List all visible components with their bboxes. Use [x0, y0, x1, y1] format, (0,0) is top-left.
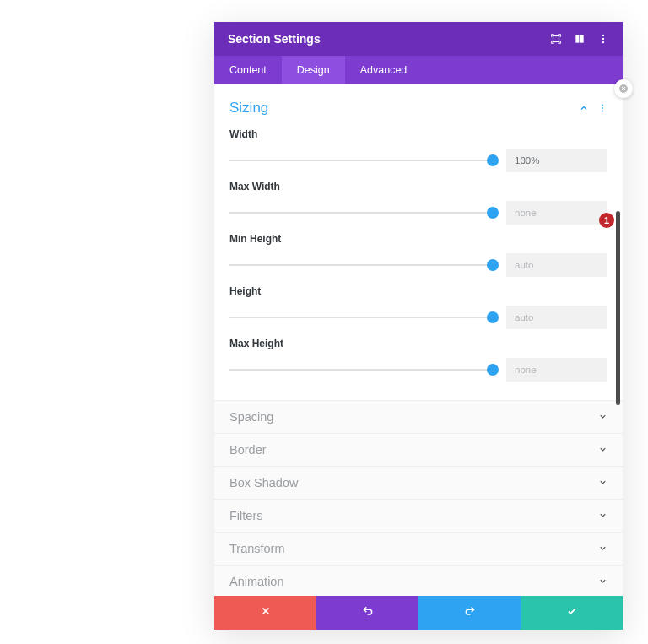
close-icon — [260, 605, 272, 620]
section-label: Border — [230, 443, 267, 457]
collapsed-sections: Spacing Border Box Shadow Filters Transf… — [214, 400, 623, 596]
field-label: Max Width — [230, 181, 608, 192]
field-label: Height — [230, 285, 608, 297]
field-label: Width — [230, 128, 608, 140]
width-slider[interactable] — [230, 152, 493, 169]
panel-body: Sizing Width — [214, 84, 623, 596]
panel-footer — [214, 596, 623, 630]
svg-point-9 — [602, 111, 603, 112]
section-spacing[interactable]: Spacing — [214, 401, 623, 434]
min-height-value[interactable]: auto — [506, 253, 608, 277]
undo-icon — [362, 605, 374, 620]
svg-point-5 — [602, 41, 604, 43]
section-animation[interactable]: Animation — [214, 566, 623, 596]
height-value[interactable]: auto — [506, 306, 608, 329]
section-box-shadow[interactable]: Box Shadow — [214, 467, 623, 500]
field-height: Height auto — [230, 285, 608, 329]
redo-icon — [464, 605, 476, 620]
section-sizing: Sizing Width — [214, 84, 623, 400]
chevron-down-icon — [598, 542, 608, 555]
chevron-down-icon — [598, 509, 608, 522]
height-slider[interactable] — [230, 309, 493, 326]
field-max-width: Max Width none — [230, 181, 608, 225]
max-width-slider[interactable] — [230, 204, 493, 221]
svg-point-7 — [602, 105, 603, 106]
chevron-down-icon — [598, 410, 608, 424]
section-label: Box Shadow — [230, 476, 298, 490]
max-width-value[interactable]: none — [506, 201, 608, 225]
section-filters[interactable]: Filters — [214, 500, 623, 533]
expand-icon[interactable] — [550, 33, 562, 45]
svg-rect-0 — [554, 36, 559, 42]
min-height-slider[interactable] — [230, 257, 493, 273]
columns-icon[interactable] — [574, 33, 586, 45]
collapse-icon[interactable] — [579, 103, 589, 113]
field-label: Min Height — [230, 233, 608, 245]
section-sizing-title: Sizing — [230, 100, 268, 116]
section-label: Transform — [230, 542, 285, 555]
redo-button[interactable] — [418, 596, 521, 630]
svg-point-3 — [602, 35, 604, 36]
check-icon — [566, 605, 578, 620]
section-label: Animation — [230, 575, 284, 588]
panel-header: Section Settings — [214, 22, 623, 56]
panel-title: Section Settings — [228, 32, 321, 46]
chevron-down-icon — [598, 476, 608, 490]
field-label: Max Height — [230, 338, 608, 349]
tab-design[interactable]: Design — [282, 56, 345, 84]
svg-point-4 — [602, 38, 604, 40]
max-height-slider[interactable] — [230, 361, 493, 378]
scrollbar-thumb[interactable] — [616, 211, 620, 405]
tab-advanced[interactable]: Advanced — [345, 56, 423, 84]
tab-content[interactable]: Content — [214, 56, 282, 84]
cancel-button[interactable] — [214, 596, 316, 630]
chevron-down-icon — [598, 443, 608, 457]
annotation-badge: 1 — [599, 213, 614, 228]
section-transform[interactable]: Transform — [214, 533, 623, 566]
chevron-down-icon — [598, 575, 608, 588]
tabs: Content Design Advanced — [214, 56, 623, 84]
section-border[interactable]: Border — [214, 434, 623, 467]
section-settings-panel: Section Settings Content Design Advanced — [214, 22, 623, 630]
save-button[interactable] — [521, 596, 623, 630]
svg-rect-2 — [580, 35, 584, 42]
undo-button[interactable] — [316, 596, 418, 630]
section-kebab-icon[interactable] — [597, 103, 608, 113]
svg-point-8 — [602, 107, 603, 109]
section-label: Spacing — [230, 410, 273, 424]
section-label: Filters — [230, 509, 262, 522]
field-min-height: Min Height auto — [230, 233, 608, 277]
field-width: Width 100% — [230, 128, 608, 172]
header-icons — [550, 33, 609, 45]
max-height-value[interactable]: none — [506, 358, 608, 382]
kebab-menu-icon[interactable] — [597, 33, 609, 45]
field-max-height: Max Height none — [230, 338, 608, 382]
svg-rect-1 — [575, 35, 579, 42]
width-value[interactable]: 100% — [506, 149, 608, 172]
